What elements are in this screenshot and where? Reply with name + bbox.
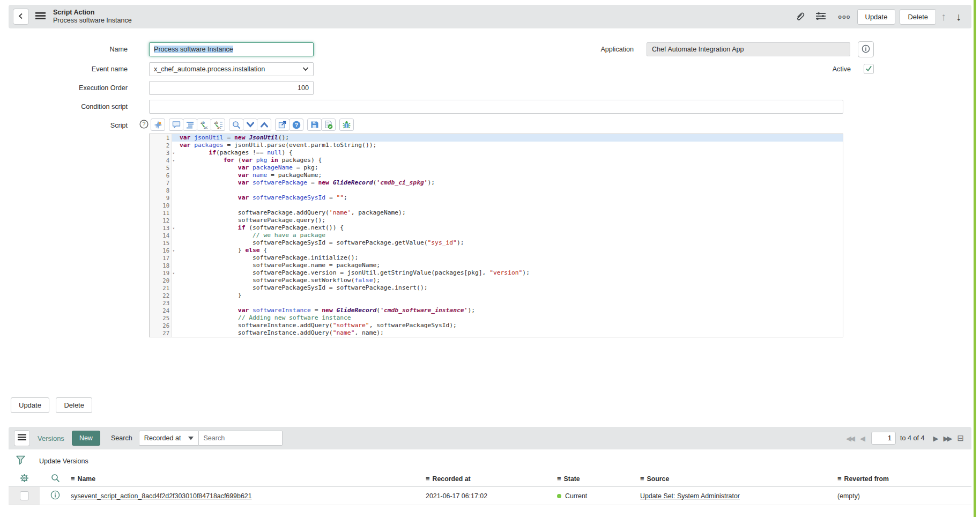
row-checkbox[interactable] <box>20 491 29 500</box>
code-line-14[interactable]: 14 // we have a package <box>150 232 843 239</box>
line-number: 13▾ <box>150 224 172 232</box>
previous-page-button[interactable]: ◀ <box>860 434 864 442</box>
last-page-icon: ▶▶ <box>943 434 951 442</box>
form-context-menu-button[interactable] <box>35 12 46 21</box>
help-icon: ? <box>292 121 301 129</box>
chevron-down-icon <box>302 65 309 73</box>
replace-button[interactable]: abac <box>197 119 211 131</box>
find-next-icon <box>247 122 254 128</box>
previous-record-button[interactable]: ↑ <box>941 11 946 23</box>
back-button[interactable] <box>13 9 29 25</box>
reverted-from-cell: (empty) <box>837 492 971 500</box>
svg-text:?: ? <box>294 121 298 128</box>
syntax-editor-toggle-button[interactable] <box>151 119 165 131</box>
code-line-20[interactable]: 20 softwarePackage.setWorkflow(false); <box>150 277 843 284</box>
line-number: 18 <box>150 262 172 269</box>
debug-button[interactable] <box>339 119 354 131</box>
event-name-select[interactable]: x_chef_automate.process.installation <box>149 62 314 76</box>
code-line-24[interactable]: 24 var softwareInstance = new GlideRecor… <box>150 307 843 314</box>
code-line-15[interactable]: 15 softwarePackageSysId = softwarePackag… <box>150 239 843 247</box>
code-line-12[interactable]: 12 softwarePackage.query(); <box>150 217 843 224</box>
name-field[interactable] <box>149 42 314 56</box>
fold-marker-icon[interactable]: ▾ <box>173 150 175 157</box>
script-code-editor[interactable]: 1var jsonUtil = new JsonUtil();2var pack… <box>149 134 843 337</box>
next-page-button[interactable]: ▶ <box>933 434 937 442</box>
code-line-25[interactable]: 25 // Adding new software instance <box>150 314 843 322</box>
first-page-button[interactable]: ◀◀ <box>846 434 853 442</box>
breadcrumb-text[interactable]: Update Versions <box>39 457 88 465</box>
search-column-select[interactable]: Recorded at <box>139 431 199 446</box>
code-line-10[interactable]: 10 <box>150 202 843 209</box>
find-next-button[interactable] <box>243 119 257 131</box>
code-line-16[interactable]: 16▾ } else { <box>150 247 843 254</box>
application-info-button[interactable] <box>858 41 874 57</box>
list-search-input[interactable] <box>199 431 283 446</box>
code-line-5[interactable]: 5 var packageName = pkg; <box>150 164 843 172</box>
list-search-button[interactable] <box>51 474 60 484</box>
code-line-1[interactable]: 1var jsonUtil = new JsonUtil(); <box>150 134 843 142</box>
field-help-button[interactable]: ? <box>139 120 149 130</box>
fold-marker-icon[interactable]: ▾ <box>173 247 175 255</box>
open-new-window-button[interactable] <box>275 119 289 131</box>
footer-update-button[interactable]: Update <box>11 397 49 413</box>
code-line-23[interactable]: 23 <box>150 299 843 307</box>
source-link[interactable]: Update Set: System Administrator <box>640 492 740 500</box>
code-line-21[interactable]: 21 softwarePackageSysId = softwarePackag… <box>150 284 843 292</box>
find-previous-button[interactable] <box>257 119 271 131</box>
fold-marker-icon[interactable]: ▾ <box>173 157 175 165</box>
active-checkbox[interactable] <box>864 64 874 74</box>
syntax-check-button[interactable] <box>321 119 336 131</box>
replace-icon: abac <box>200 121 209 129</box>
page-number-input[interactable] <box>871 432 896 445</box>
code-line-18[interactable]: 18 softwarePackage.name = packageName; <box>150 262 843 269</box>
code-line-8[interactable]: 8 <box>150 187 843 194</box>
column-header-state[interactable]: ≡State <box>557 475 640 483</box>
code-line-7[interactable]: 7 var softwarePackage = new GlideRecord(… <box>150 179 843 187</box>
condition-script-field[interactable] <box>149 100 843 114</box>
more-options-button[interactable]: ooo <box>838 13 850 20</box>
code-line-26[interactable]: 26 softwareInstance.addQuery("software",… <box>150 322 843 329</box>
code-line-2[interactable]: 2var packages = jsonUtil.parse(event.par… <box>150 142 843 149</box>
find-button[interactable] <box>229 119 243 131</box>
line-number: 14 <box>150 232 172 239</box>
header-update-button[interactable]: Update <box>857 9 896 25</box>
code-line-17[interactable]: 17 softwarePackage.initialize(); <box>150 254 843 262</box>
list-personalize-button[interactable] <box>20 474 29 484</box>
new-version-button[interactable]: New <box>72 431 100 446</box>
record-name-link[interactable]: sysevent_script_action_8acd4f2d2f303010f… <box>71 492 252 500</box>
last-page-button[interactable]: ▶▶ <box>943 434 951 442</box>
toggle-comment-button[interactable] <box>169 119 183 131</box>
header-delete-button[interactable]: Delete <box>900 9 936 25</box>
column-header-reverted-from[interactable]: ≡Reverted from <box>837 475 971 483</box>
replace-all-button[interactable]: abac <box>211 119 225 131</box>
code-line-4[interactable]: 4▾ for (var pkg in packages) { <box>150 157 843 164</box>
collapse-list-button[interactable]: ⊟ <box>957 433 964 443</box>
save-button[interactable] <box>307 119 322 131</box>
code-line-6[interactable]: 6 var name = packageName; <box>150 172 843 179</box>
fold-marker-icon[interactable]: ▾ <box>173 225 175 232</box>
attachments-button[interactable] <box>795 11 805 23</box>
footer-delete-button[interactable]: Delete <box>56 397 92 413</box>
fold-marker-icon[interactable]: ▾ <box>173 270 175 277</box>
execution-order-field[interactable] <box>149 81 314 95</box>
personalize-form-button[interactable] <box>815 11 826 23</box>
versions-list-title[interactable]: Versions <box>38 434 64 442</box>
code-line-19[interactable]: 19▾ softwarePackage.version = jsonUtil.g… <box>150 269 843 277</box>
code-line-9[interactable]: 9 var softwarePackageSysId = ""; <box>150 194 843 202</box>
list-filter-button[interactable] <box>16 455 25 467</box>
column-header-source[interactable]: ≡Source <box>640 475 837 483</box>
format-code-button[interactable] <box>183 119 197 131</box>
row-preview-button[interactable] <box>50 490 60 501</box>
code-line-13[interactable]: 13▾ if (softwarePackage.next()) { <box>150 224 843 232</box>
toggle-comment-icon <box>172 121 181 129</box>
column-header-recorded-at[interactable]: ≡Recorded at <box>426 475 557 483</box>
question-circle-icon: ? <box>139 120 149 130</box>
help-button[interactable]: ? <box>289 119 303 131</box>
list-context-menu-button[interactable] <box>14 430 30 446</box>
code-line-3[interactable]: 3▾ if(packages !== null) { <box>150 149 843 157</box>
code-line-11[interactable]: 11 softwarePackage.addQuery('name', pack… <box>150 209 843 217</box>
code-line-22[interactable]: 22 } <box>150 292 843 299</box>
code-line-27[interactable]: 27 softwareInstance.addQuery("name", nam… <box>150 329 843 337</box>
next-record-button[interactable]: ↓ <box>956 11 961 23</box>
column-header-name[interactable]: ≡Name <box>71 475 426 483</box>
